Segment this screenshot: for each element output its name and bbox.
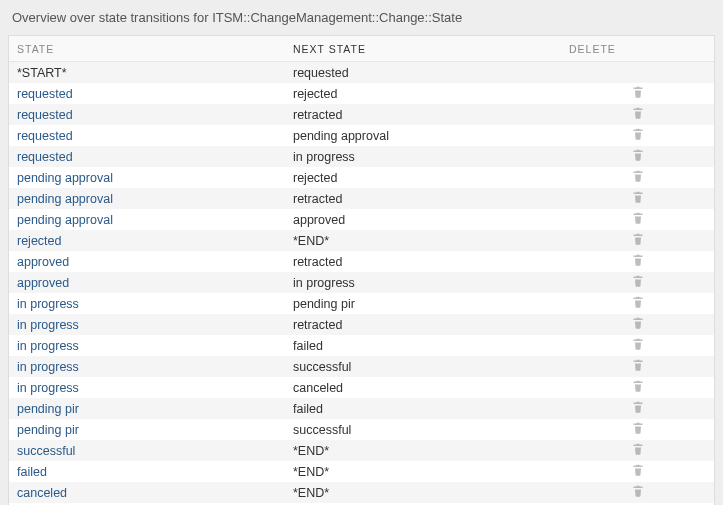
table-header-row: State Next State Delete [9,36,714,62]
state-transitions-panel: Overview over state transitions for ITSM… [8,8,715,505]
trash-icon[interactable] [632,317,644,329]
trash-icon[interactable] [632,191,644,203]
table-row: pending approvalapproved [9,209,714,230]
next-state-cell: *END* [293,444,329,458]
next-state-cell: pending approval [293,129,389,143]
table-row: in progressretracted [9,314,714,335]
table-row: approvedin progress [9,272,714,293]
state-cell[interactable]: in progress [17,381,79,395]
table-row: pending pirfailed [9,398,714,419]
table-row: requestedin progress [9,146,714,167]
trash-icon[interactable] [632,443,644,455]
trash-icon[interactable] [632,149,644,161]
state-cell[interactable]: pending approval [17,213,113,227]
state-cell[interactable]: pending pir [17,423,79,437]
state-cell[interactable]: approved [17,255,69,269]
state-cell[interactable]: in progress [17,360,79,374]
trash-icon[interactable] [632,275,644,287]
trash-icon[interactable] [632,464,644,476]
table-row: in progresspending pir [9,293,714,314]
table-row: in progresscanceled [9,377,714,398]
state-cell[interactable]: pending approval [17,192,113,206]
trash-icon[interactable] [632,107,644,119]
transitions-table: State Next State Delete *START*requested… [8,35,715,505]
table-row: canceled*END* [9,482,714,503]
next-state-cell: rejected [293,171,337,185]
panel-title: Overview over state transitions for ITSM… [8,8,715,35]
trash-icon[interactable] [632,485,644,497]
trash-icon[interactable] [632,296,644,308]
table-row: in progressfailed [9,335,714,356]
state-cell[interactable]: canceled [17,486,67,500]
table-row: pending approvalretracted [9,188,714,209]
next-state-cell: in progress [293,276,355,290]
table-row: in progresssuccessful [9,356,714,377]
next-state-cell: *END* [293,465,329,479]
trash-icon[interactable] [632,233,644,245]
table-row: requestedretracted [9,104,714,125]
next-state-cell: approved [293,213,345,227]
state-cell[interactable]: requested [17,150,73,164]
trash-icon[interactable] [632,380,644,392]
state-cell[interactable]: pending pir [17,402,79,416]
next-state-cell: rejected [293,87,337,101]
trash-icon[interactable] [632,422,644,434]
table-row: *START*requested [9,62,714,83]
next-state-cell: in progress [293,150,355,164]
state-cell[interactable]: pending approval [17,171,113,185]
trash-icon[interactable] [632,401,644,413]
table-row: successful*END* [9,440,714,461]
trash-icon[interactable] [632,128,644,140]
trash-icon[interactable] [632,338,644,350]
table-row: pending pirsuccessful [9,419,714,440]
state-cell[interactable]: rejected [17,234,61,248]
trash-icon[interactable] [632,359,644,371]
next-state-cell: requested [293,66,349,80]
table-row: approvedretracted [9,251,714,272]
table-row: rejected*END* [9,230,714,251]
next-state-cell: successful [293,360,351,374]
state-cell: *START* [17,66,67,80]
next-state-cell: retracted [293,108,342,122]
next-state-cell: failed [293,402,323,416]
col-header-delete[interactable]: Delete [561,43,714,55]
next-state-cell: failed [293,339,323,353]
state-cell[interactable]: requested [17,87,73,101]
state-cell[interactable]: approved [17,276,69,290]
next-state-cell: *END* [293,486,329,500]
next-state-cell: *END* [293,234,329,248]
state-cell[interactable]: requested [17,108,73,122]
table-row: requestedpending approval [9,125,714,146]
table-row: failed*END* [9,461,714,482]
state-cell[interactable]: failed [17,465,47,479]
state-cell[interactable]: in progress [17,318,79,332]
state-cell[interactable]: successful [17,444,75,458]
trash-icon[interactable] [632,86,644,98]
next-state-cell: pending pir [293,297,355,311]
col-header-next-state[interactable]: Next State [285,43,561,55]
trash-icon[interactable] [632,254,644,266]
table-row: requestedrejected [9,83,714,104]
trash-icon[interactable] [632,212,644,224]
col-header-state[interactable]: State [9,43,285,55]
next-state-cell: retracted [293,255,342,269]
next-state-cell: retracted [293,318,342,332]
table-row: pending approvalrejected [9,167,714,188]
next-state-cell: retracted [293,192,342,206]
next-state-cell: successful [293,423,351,437]
state-cell[interactable]: requested [17,129,73,143]
trash-icon[interactable] [632,170,644,182]
state-cell[interactable]: in progress [17,297,79,311]
state-cell[interactable]: in progress [17,339,79,353]
next-state-cell: canceled [293,381,343,395]
